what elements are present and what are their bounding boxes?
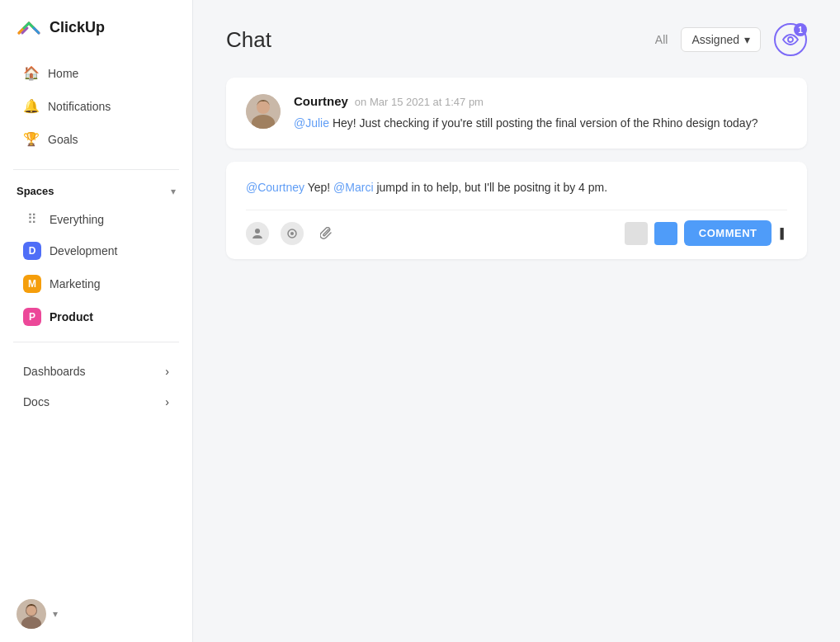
sidebar-footer[interactable]: ▾	[0, 586, 192, 642]
watch-button[interactable]: 1	[774, 23, 807, 56]
home-icon: 🏠	[23, 65, 38, 81]
mention-julie: @Julie	[294, 116, 329, 130]
dots-icon: ⠿	[23, 211, 41, 227]
sidebar-item-development[interactable]: D Development	[7, 235, 186, 267]
main-header: Chat All Assigned ▾ 1	[193, 0, 840, 69]
filter-assigned-dropdown[interactable]: Assigned ▾	[681, 27, 761, 52]
spaces-header[interactable]: Spaces ▾	[0, 178, 192, 204]
chevron-down-icon: ▾	[171, 186, 176, 197]
sidebar-nav: 🏠 Home 🔔 Notifications 🏆 Goals	[0, 51, 192, 161]
filter-assigned-label: Assigned	[691, 33, 739, 46]
sidebar-item-goals[interactable]: 🏆 Goals	[7, 123, 186, 155]
courtney-avatar	[246, 94, 281, 129]
sidebar-item-home[interactable]: 🏠 Home	[7, 57, 186, 89]
development-badge: D	[23, 242, 41, 260]
sidebar-item-everything-label: Everything	[50, 213, 104, 226]
bell-icon: 🔔	[23, 98, 38, 114]
page-title: Chat	[226, 27, 271, 53]
paperclip-icon-tool[interactable]	[315, 222, 338, 245]
mention-marci: @Marci	[333, 181, 373, 194]
cursor-indicator: ▌	[780, 228, 787, 239]
message-1-author: Courtney	[294, 94, 348, 108]
reply-text-after: jumpd in to help, but I'll be positng it…	[376, 181, 607, 194]
product-badge: P	[23, 308, 41, 326]
svg-point-4	[788, 37, 793, 42]
message-1-time: on Mar 15 2021 at 1:47 pm	[355, 96, 484, 108]
logo-area[interactable]: ClickUp	[0, 0, 192, 51]
sidebar-item-marketing[interactable]: M Marketing	[7, 268, 186, 300]
divider-1	[13, 169, 179, 170]
sidebar-bottom-section: Dashboards › Docs ›	[0, 351, 192, 422]
sidebar-item-home-label: Home	[48, 67, 78, 80]
chevron-down-filter-icon: ▾	[744, 33, 750, 46]
message-1-text: @Julie Hey! Just checking if you're stil…	[294, 115, 787, 132]
reply-card: @Courtney Yep! @Marci jumpd in to help, …	[226, 162, 807, 259]
reply-tools	[246, 222, 338, 245]
circle-icon-tool[interactable]	[281, 222, 304, 245]
message-1-body: Courtney on Mar 15 2021 at 1:47 pm @Juli…	[294, 94, 787, 132]
sidebar-item-product[interactable]: P Product	[7, 301, 186, 333]
sidebar-item-dashboards[interactable]: Dashboards ›	[7, 356, 186, 386]
courtney-avatar-image	[246, 94, 281, 129]
reply-text-before: Yep!	[308, 181, 333, 194]
svg-point-10	[290, 232, 294, 235]
reply-actions: COMMENT ▌	[625, 220, 787, 246]
notification-badge: 1	[794, 23, 807, 36]
reply-text: @Courtney Yep! @Marci jumpd in to help, …	[246, 178, 787, 196]
avatar-image	[17, 599, 46, 629]
sidebar-item-notifications-label: Notifications	[48, 100, 111, 113]
mention-courtney: @Courtney	[246, 181, 304, 194]
filter-all-tab[interactable]: All	[655, 33, 668, 46]
sidebar-item-everything[interactable]: ⠿ Everything	[7, 205, 186, 234]
format-box-1[interactable]	[625, 222, 648, 245]
spaces-label: Spaces	[17, 185, 54, 197]
main-content: Chat All Assigned ▾ 1	[193, 0, 840, 642]
message-1-content: Hey! Just checking if you're still posti…	[333, 116, 758, 130]
sidebar-item-goals-label: Goals	[48, 133, 78, 146]
paperclip-icon	[320, 227, 333, 240]
sidebar-item-docs-label: Docs	[23, 395, 50, 408]
sidebar-item-dashboards-label: Dashboards	[23, 365, 86, 378]
chat-area: Courtney on Mar 15 2021 at 1:47 pm @Juli…	[193, 69, 840, 642]
message-1-meta: Courtney on Mar 15 2021 at 1:47 pm	[294, 94, 787, 108]
sidebar-item-docs[interactable]: Docs ›	[7, 387, 186, 417]
chevron-down-user-icon: ▾	[53, 608, 58, 620]
clickup-logo-icon	[17, 15, 41, 40]
reply-footer: COMMENT ▌	[246, 210, 787, 246]
user-avatar	[17, 599, 46, 629]
message-1: Courtney on Mar 15 2021 at 1:47 pm @Juli…	[226, 78, 807, 149]
format-box-2[interactable]	[654, 222, 677, 245]
sidebar: ClickUp 🏠 Home 🔔 Notifications 🏆 Goals S…	[0, 0, 193, 642]
comment-button[interactable]: COMMENT	[684, 220, 772, 246]
logo-text: ClickUp	[50, 19, 105, 36]
trophy-icon: 🏆	[23, 131, 38, 147]
chevron-right-icon: ›	[165, 365, 169, 378]
person-icon-tool[interactable]	[246, 222, 269, 245]
sidebar-item-development-label: Development	[50, 244, 118, 257]
eye-icon	[782, 34, 799, 45]
sidebar-item-notifications[interactable]: 🔔 Notifications	[7, 90, 186, 122]
sidebar-item-product-label: Product	[50, 310, 93, 323]
svg-point-3	[26, 606, 36, 616]
sidebar-item-marketing-label: Marketing	[50, 277, 100, 290]
divider-2	[13, 342, 179, 342]
svg-point-8	[255, 229, 260, 234]
chevron-right-icon-2: ›	[165, 395, 169, 408]
marketing-badge: M	[23, 275, 41, 293]
eye-icon-circle: 1	[774, 23, 807, 56]
person-icon	[252, 228, 263, 239]
circle-icon	[286, 228, 298, 239]
header-right: All Assigned ▾ 1	[655, 23, 807, 56]
